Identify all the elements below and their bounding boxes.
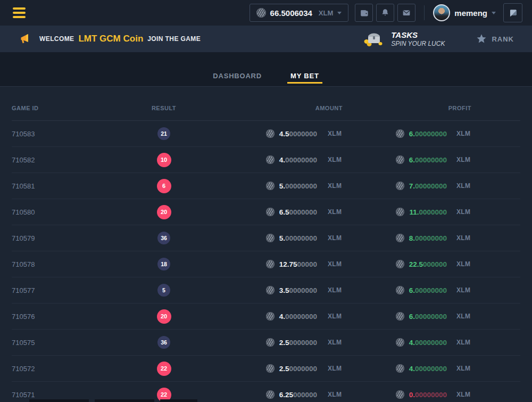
header-game-id: GAME ID xyxy=(12,105,127,120)
chat-button[interactable] xyxy=(503,3,522,22)
header-amount: AMOUNT xyxy=(201,105,343,120)
profit-value: 4.00000000 xyxy=(409,365,447,373)
game-id: 710582 xyxy=(12,156,127,164)
messages-button[interactable] xyxy=(397,4,415,22)
star-icon xyxy=(476,33,487,45)
profit-value: 8.00000000 xyxy=(409,234,447,242)
result-badge: 20 xyxy=(157,205,171,219)
xlm-coin-icon xyxy=(256,8,266,18)
xlm-coin-icon xyxy=(266,129,275,138)
table-row: 710581 6 5.00000000 XLM 7.00000000 XLM xyxy=(12,173,520,199)
profit-cell: 6.00000000 XLM xyxy=(343,129,471,138)
game-id: 710577 xyxy=(12,286,127,294)
username: memeng xyxy=(454,9,487,18)
mail-icon xyxy=(402,8,411,18)
profit-value: 6.00000000 xyxy=(409,156,447,164)
topbar-right: 66.5006034 XLM memeng xyxy=(250,3,522,22)
currency-label: XLM xyxy=(328,234,343,242)
xlm-coin-icon xyxy=(396,338,404,347)
header-profit: PROFIT xyxy=(343,105,471,120)
amount-value: 5.00000000 xyxy=(279,234,317,242)
xlm-coin-icon xyxy=(266,260,275,268)
result-cell: 20 xyxy=(127,205,201,219)
rank-widget[interactable]: RANK xyxy=(476,33,514,45)
xlm-coin-icon xyxy=(266,234,275,242)
xlm-coin-icon xyxy=(266,208,275,216)
user-menu[interactable]: memeng xyxy=(433,4,496,21)
xlm-coin-icon xyxy=(396,208,404,216)
balance-currency: XLM xyxy=(319,9,333,17)
result-cell: 21 xyxy=(127,127,201,140)
currency-label: XLM xyxy=(328,286,343,294)
currency-label: XLM xyxy=(456,156,471,163)
game-id: 710572 xyxy=(12,365,127,373)
game-id: 710578 xyxy=(12,260,127,268)
notifications-button[interactable] xyxy=(376,4,394,22)
tab-dashboard[interactable]: DASHBOARD xyxy=(210,72,265,86)
amount-cell: 5.00000000 XLM xyxy=(201,234,343,242)
currency-label: XLM xyxy=(456,234,471,242)
amount-value: 12.7500000 xyxy=(279,260,317,268)
table-row: 710577 5 3.50000000 XLM 6.00000000 XLM xyxy=(12,277,520,303)
profit-cell: 6.00000000 XLM xyxy=(343,286,471,294)
menu-button[interactable] xyxy=(13,7,26,18)
amount-value: 2.50000000 xyxy=(279,339,317,347)
table-row: 710583 21 4.50000000 XLM 6.00000000 XLM xyxy=(12,121,520,147)
avatar xyxy=(433,4,450,21)
game-id: 710581 xyxy=(12,182,127,190)
wallet-button[interactable] xyxy=(355,4,373,22)
profit-value: 4.00000000 xyxy=(409,339,447,347)
tab-my-bet[interactable]: MY BET xyxy=(287,72,322,84)
amount-value: 6.25000000 xyxy=(279,391,317,399)
currency-label: XLM xyxy=(456,391,471,398)
currency-label: XLM xyxy=(456,130,471,137)
profit-value: 6.00000000 xyxy=(409,286,447,294)
balance-selector[interactable]: 66.5006034 XLM xyxy=(250,4,349,22)
tasks-widget[interactable]: TASKS SPIN YOUR LUCK xyxy=(362,30,445,48)
table-body: 710583 21 4.50000000 XLM 6.00000000 XLM … xyxy=(12,121,520,402)
table-row: 710580 20 6.50000000 XLM 11.0000000 XLM xyxy=(12,199,520,225)
profit-cell: 6.00000000 XLM xyxy=(343,312,471,321)
result-cell: 10 xyxy=(127,153,201,167)
amount-cell: 3.50000000 XLM xyxy=(201,286,343,294)
amount-cell: 4.00000000 XLM xyxy=(201,312,343,321)
table-header: GAME ID RESULT AMOUNT PROFIT xyxy=(12,87,520,121)
amount-cell: 4.00000000 XLM xyxy=(201,155,343,164)
amount-cell: 2.50000000 XLM xyxy=(201,364,343,373)
amount-cell: 4.50000000 XLM xyxy=(201,129,343,138)
amount-value: 2.50000000 xyxy=(279,365,317,373)
result-badge: 22 xyxy=(157,362,171,376)
amount-cell: 2.50000000 XLM xyxy=(201,338,343,347)
currency-label: XLM xyxy=(328,182,343,190)
wallet-icon xyxy=(359,8,369,18)
currency-label: XLM xyxy=(456,339,471,346)
xlm-coin-icon xyxy=(396,312,404,321)
result-cell: 36 xyxy=(127,232,201,244)
currency-label: XLM xyxy=(328,260,343,268)
chat-bubble-icon xyxy=(508,8,518,18)
profit-value: 0.00000000 xyxy=(409,391,447,399)
tasks-subtitle: SPIN YOUR LUCK xyxy=(391,40,445,47)
amount-cell: 6.25000000 XLM xyxy=(201,390,343,399)
xlm-coin-icon xyxy=(266,364,275,373)
currency-label: XLM xyxy=(456,260,471,268)
tasks-title: TASKS xyxy=(391,30,445,39)
game-id: 710571 xyxy=(12,391,127,399)
cropped-footer-element xyxy=(95,399,154,402)
result-cell: 20 xyxy=(127,309,201,324)
profit-cell: 4.00000000 XLM xyxy=(343,338,471,347)
result-badge: 20 xyxy=(157,309,171,324)
chevron-down-icon xyxy=(337,12,342,14)
profit-cell: 0.00000000 XLM xyxy=(343,390,471,399)
currency-label: XLM xyxy=(456,313,471,320)
treasure-chest-icon xyxy=(362,30,385,48)
bets-table: GAME ID RESULT AMOUNT PROFIT 710583 21 4… xyxy=(0,87,532,402)
result-badge: 21 xyxy=(157,127,170,140)
currency-label: XLM xyxy=(328,391,343,398)
table-row: 710576 20 4.00000000 XLM 6.00000000 XLM xyxy=(12,303,520,330)
cropped-footer-element xyxy=(160,399,197,402)
game-id: 710576 xyxy=(12,313,127,321)
tab-bar: DASHBOARD MY BET xyxy=(0,52,532,87)
header-result: RESULT xyxy=(127,105,201,120)
result-cell: 6 xyxy=(127,179,201,193)
